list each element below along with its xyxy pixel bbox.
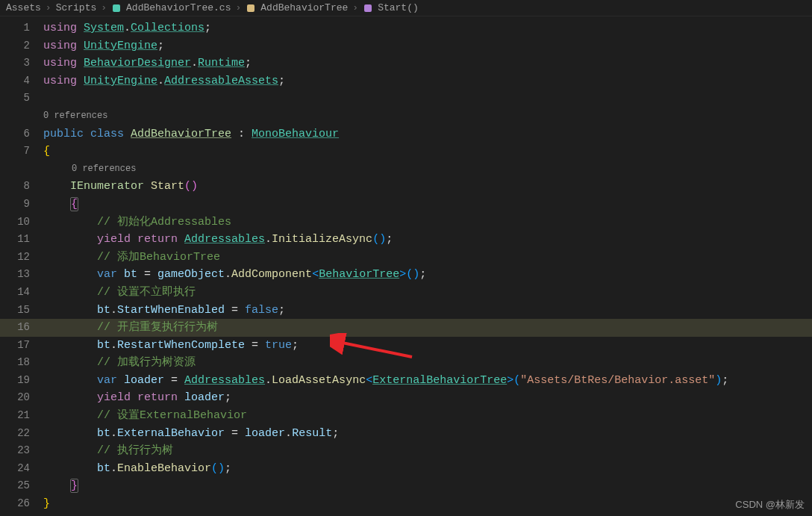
code-line[interactable]: } — [43, 495, 812, 513]
csharp-file-icon — [111, 3, 122, 13]
code-line[interactable]: public class AddBehaviorTree : MonoBehav… — [43, 125, 812, 143]
line-number: 17 — [0, 337, 30, 355]
line-number: 13 — [0, 266, 30, 284]
line-number: 16 — [0, 319, 30, 337]
code-line[interactable]: bt.ExternalBehavior = loader.Result; — [43, 425, 812, 443]
line-number-gutter: 1234567891011121314151617181920212223242… — [0, 16, 43, 515]
code-line[interactable]: bt.EnableBehavior(); — [43, 460, 812, 478]
line-number: 5 — [0, 90, 30, 108]
breadcrumb-item[interactable]: Scripts — [56, 2, 97, 13]
line-number: 18 — [0, 354, 30, 372]
class-icon — [246, 3, 256, 13]
code-line[interactable]: var bt = gameObject.AddComponent<Behavio… — [43, 266, 812, 284]
breadcrumb-item[interactable]: Start() — [378, 2, 419, 13]
code-line[interactable]: } — [43, 477, 812, 495]
line-number: 3 — [0, 55, 30, 72]
breadcrumb-separator: › — [235, 2, 241, 13]
line-number: 8 — [0, 178, 30, 196]
code-line[interactable] — [43, 90, 812, 108]
line-number: 19 — [0, 372, 30, 390]
breadcrumb-separator: › — [352, 2, 358, 13]
code-line[interactable]: IEnumerator Start() — [43, 178, 812, 196]
svg-rect-1 — [247, 4, 254, 12]
method-icon — [363, 3, 373, 13]
breadcrumb-separator: › — [101, 2, 107, 13]
code-line[interactable]: bt.StartWhenEnabled = false; — [43, 302, 812, 320]
code-line[interactable]: bt.RestartWhenComplete = true; — [43, 337, 812, 355]
code-line[interactable]: yield return Addressables.InitializeAsyn… — [43, 231, 812, 249]
code-line[interactable]: // 开启重复执行行为树 — [43, 319, 812, 337]
code-line[interactable]: // 执行行为树 — [43, 442, 812, 460]
breadcrumb-item[interactable]: AddBehaviorTree — [260, 2, 348, 13]
breadcrumb[interactable]: Assets›Scripts›AddBehaviorTree.cs›AddBeh… — [0, 0, 812, 16]
codelens-references[interactable]: 0 references — [43, 108, 812, 125]
code-line[interactable]: var loader = Addressables.LoadAssetAsync… — [43, 372, 812, 390]
line-number: 20 — [0, 389, 30, 407]
line-number: 7 — [0, 143, 30, 161]
line-number: 9 — [0, 196, 30, 214]
code-line[interactable]: yield return loader; — [43, 389, 812, 407]
breadcrumb-item[interactable]: Assets — [6, 2, 41, 13]
code-line[interactable]: using UnityEngine; — [43, 37, 812, 55]
code-line[interactable]: using System.Collections; — [43, 19, 812, 37]
watermark: CSDN @林新发 — [735, 498, 805, 512]
line-number: 1 — [0, 19, 30, 37]
line-number: 6 — [0, 125, 30, 143]
code-line[interactable]: using UnityEngine.AddressableAssets; — [43, 72, 812, 90]
line-number: 22 — [0, 425, 30, 443]
svg-rect-0 — [113, 4, 120, 12]
code-line[interactable]: { — [43, 196, 812, 214]
line-number: 24 — [0, 460, 30, 478]
line-number: 26 — [0, 495, 30, 513]
code-line[interactable]: // 加载行为树资源 — [43, 354, 812, 372]
line-number: 11 — [0, 231, 30, 249]
breadcrumb-separator: › — [46, 2, 51, 13]
line-number: 10 — [0, 214, 30, 231]
line-number: 21 — [0, 407, 30, 425]
code-line[interactable]: // 设置不立即执行 — [43, 284, 812, 302]
code-line[interactable]: using BehaviorDesigner.Runtime; — [43, 55, 812, 72]
code-line[interactable]: // 添加BehaviorTree — [43, 249, 812, 267]
code-line[interactable]: // 设置ExternalBehavior — [43, 407, 812, 425]
line-number: 14 — [0, 284, 30, 302]
code-area[interactable]: using System.Collections;using UnityEngi… — [43, 16, 812, 515]
line-number: 12 — [0, 249, 30, 267]
breadcrumb-item[interactable]: AddBehaviorTree.cs — [126, 2, 231, 13]
codelens-references[interactable]: 0 references — [43, 161, 812, 178]
line-number: 25 — [0, 477, 30, 495]
line-number: 23 — [0, 442, 30, 460]
line-number: 4 — [0, 72, 30, 90]
svg-rect-2 — [364, 4, 372, 12]
line-number: 15 — [0, 302, 30, 320]
line-number: 2 — [0, 37, 30, 55]
code-editor[interactable]: 1234567891011121314151617181920212223242… — [0, 16, 812, 515]
code-line[interactable]: // 初始化Addressables — [43, 214, 812, 231]
code-line[interactable]: { — [43, 143, 812, 161]
